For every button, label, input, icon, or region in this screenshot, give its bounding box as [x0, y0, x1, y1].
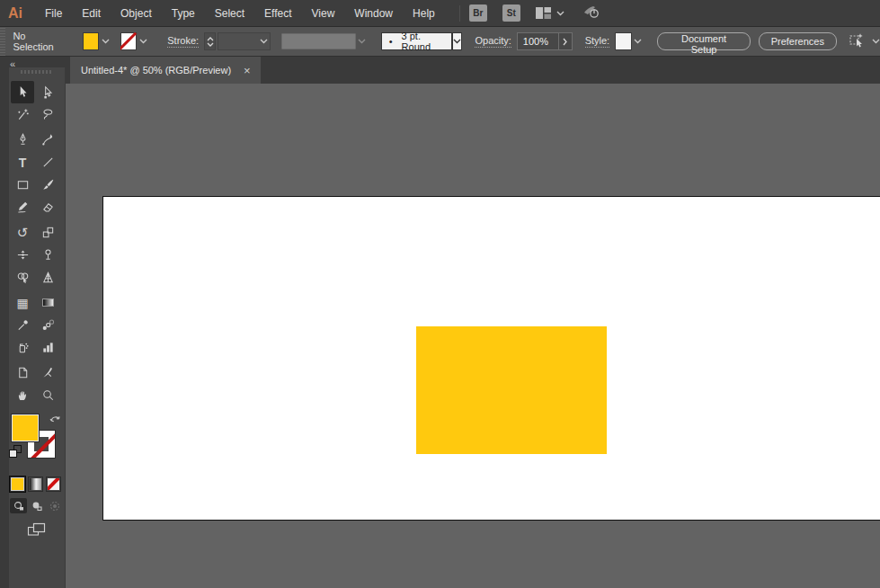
selection-status: No Selection [13, 31, 64, 52]
close-tab-icon[interactable]: × [244, 65, 251, 76]
variable-width-profile-dropdown[interactable]: • 3 pt. Round [381, 32, 453, 50]
column-graph-tool[interactable] [36, 336, 59, 359]
menu-object[interactable]: Object [111, 2, 162, 25]
menu-bar: FileEditObjectTypeSelectEffectViewWindow… [35, 2, 445, 25]
draw-normal-button[interactable] [10, 498, 27, 513]
document-tab[interactable]: Untitled-4* @ 50% (RGB/Preview) × [70, 57, 261, 84]
stroke-weight-label[interactable]: Stroke: [167, 35, 199, 48]
menu-edit[interactable]: Edit [72, 2, 111, 25]
symbol-sprayer-tool[interactable] [11, 336, 34, 359]
artboard[interactable] [102, 196, 880, 521]
document-tab-bar: Untitled-4* @ 50% (RGB/Preview) × [66, 57, 880, 84]
stroke-weight-dropdown[interactable] [218, 32, 271, 50]
menu-window[interactable]: Window [344, 2, 403, 25]
style-label[interactable]: Style: [585, 35, 610, 48]
draw-inside-button [46, 498, 63, 513]
fill-swatch[interactable] [11, 414, 40, 442]
slice-tool[interactable] [36, 361, 59, 384]
line-segment-tool[interactable] [36, 151, 59, 174]
type-tool[interactable]: T [11, 151, 34, 174]
magic-wand-tool[interactable] [11, 103, 34, 126]
workspace-switcher-button[interactable] [536, 7, 564, 19]
pen-tool[interactable] [11, 129, 34, 151]
preferences-button[interactable]: Preferences [759, 32, 837, 50]
gradient-tool[interactable] [36, 291, 59, 314]
gradient-button[interactable] [28, 477, 43, 492]
none-slash-icon [120, 32, 138, 50]
lasso-tool[interactable] [36, 103, 59, 126]
chevron-down-icon [556, 11, 564, 16]
paint-style-row [10, 477, 65, 492]
illustrator-window: Ai FileEditObjectTypeSelectEffectViewWin… [0, 0, 880, 588]
illustrator-logo: Ai [8, 5, 22, 22]
brush-definition-dropdown [281, 33, 356, 49]
control-bar-gripper[interactable] [0, 27, 5, 56]
artwork-rectangle[interactable] [416, 326, 607, 454]
color-button[interactable] [10, 477, 25, 492]
menu-view[interactable]: View [302, 2, 345, 25]
stroke-color-chevron-icon[interactable] [137, 32, 149, 50]
swap-fill-stroke-icon[interactable] [49, 412, 63, 428]
hand-tool[interactable] [11, 384, 34, 406]
profile-chevron-icon[interactable] [452, 32, 462, 50]
draw-behind-button[interactable] [28, 498, 45, 513]
direct-selection-tool[interactable] [36, 81, 59, 103]
profile-value: 3 pt. Round [402, 31, 452, 52]
menu-help[interactable]: Help [403, 2, 445, 25]
fill-color-swatch[interactable] [83, 32, 100, 50]
screen-mode-button[interactable] [26, 522, 48, 537]
gpu-performance-icon[interactable] [581, 4, 602, 23]
stroke-weight-stepper[interactable] [204, 32, 216, 50]
perspective-grid-tool[interactable] [36, 266, 59, 289]
profile-preview-dot: • [389, 36, 393, 47]
opacity-label[interactable]: Opacity: [475, 35, 511, 48]
menu-type[interactable]: Type [162, 2, 205, 25]
drawing-modes-row [10, 498, 65, 513]
shape-builder-tool[interactable] [11, 266, 34, 289]
menu-effect[interactable]: Effect [254, 2, 301, 25]
rotate-tool[interactable]: ↺ [11, 221, 34, 244]
paintbrush-tool[interactable] [36, 174, 59, 196]
style-chevron-icon[interactable] [632, 32, 644, 50]
fill-stroke-block [9, 414, 65, 469]
width-tool[interactable] [11, 244, 34, 266]
shaper-tool[interactable] [11, 196, 34, 218]
eyedropper-tool[interactable] [11, 314, 34, 336]
rectangle-tool[interactable] [11, 174, 34, 196]
select-similar-chevron-icon[interactable] [872, 39, 880, 44]
menu-bar-container: Ai FileEditObjectTypeSelectEffectViewWin… [0, 0, 880, 27]
document-title: Untitled-4* @ 50% (RGB/Preview) [81, 65, 231, 76]
zoom-tool[interactable] [36, 384, 59, 406]
tools-grid: T↺▦ [10, 81, 62, 406]
brush-definition-chevron-icon [356, 32, 369, 50]
control-bar: No Selection Stroke: • 3 pt. Round Opaci [0, 27, 880, 57]
puppet-warp-tool[interactable] [36, 244, 59, 266]
stroke-color-swatch[interactable] [120, 32, 138, 50]
menu-file[interactable]: File [35, 2, 72, 25]
menu-bar-right: Br St [450, 4, 602, 23]
tools-panel: T↺▦ [9, 67, 66, 588]
tools-panel-column: « T↺▦ [0, 57, 66, 588]
blend-tool[interactable] [36, 314, 59, 336]
selection-tool[interactable] [11, 81, 34, 103]
curvature-tool[interactable] [36, 129, 59, 151]
document-setup-button[interactable]: Document Setup [657, 32, 750, 50]
stock-button[interactable]: St [502, 4, 520, 22]
select-similar-icon[interactable] [848, 32, 867, 50]
panel-grip-icon[interactable] [21, 70, 53, 74]
artboard-tool[interactable] [11, 361, 34, 384]
opacity-input[interactable]: 100% [517, 32, 559, 50]
scale-tool[interactable] [36, 221, 59, 244]
none-button[interactable] [46, 477, 61, 492]
menu-separator [459, 5, 460, 22]
opacity-arrow-icon[interactable] [559, 32, 573, 50]
bridge-button[interactable]: Br [469, 4, 487, 22]
menu-select[interactable]: Select [205, 2, 254, 25]
mesh-tool[interactable]: ▦ [11, 291, 34, 314]
style-swatch[interactable] [615, 32, 632, 50]
default-fill-stroke-icon[interactable] [9, 445, 22, 458]
fill-color-chevron-icon[interactable] [99, 32, 111, 50]
eraser-tool[interactable] [36, 196, 59, 218]
workspace-layout-icon [536, 7, 551, 19]
